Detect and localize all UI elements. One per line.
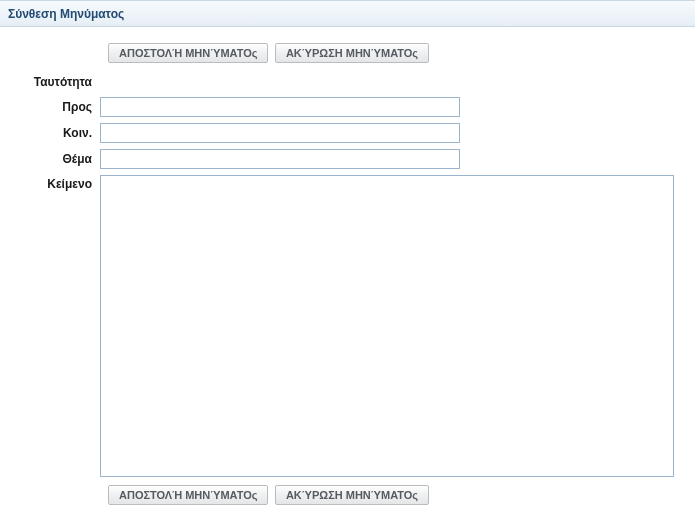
to-input[interactable] <box>100 97 460 117</box>
body-label: Κείμενο <box>0 175 100 191</box>
cancel-button-top[interactable]: ΑΚΎΡΩΣΗ ΜΗΝΎΜΑΤΟς <box>275 43 429 63</box>
send-button-bottom[interactable]: ΑΠΟΣΤΟΛΉ ΜΗΝΎΜΑΤΟς <box>108 485 268 505</box>
subject-row: Θέμα <box>0 149 685 169</box>
top-button-row: ΑΠΟΣΤΟΛΉ ΜΗΝΎΜΑΤΟς ΑΚΎΡΩΣΗ ΜΗΝΎΜΑΤΟς <box>108 43 685 63</box>
compose-message-panel: Σύνθεση Μηνύματος ΑΠΟΣΤΟΛΉ ΜΗΝΎΜΑΤΟς ΑΚΎ… <box>0 0 695 509</box>
to-row: Προς <box>0 97 685 117</box>
body-row: Κείμενο <box>0 175 685 477</box>
send-button-top[interactable]: ΑΠΟΣΤΟΛΉ ΜΗΝΎΜΑΤΟς <box>108 43 268 63</box>
identity-value <box>100 73 460 91</box>
panel-title: Σύνθεση Μηνύματος <box>8 7 124 21</box>
bottom-button-row: ΑΠΟΣΤΟΛΉ ΜΗΝΎΜΑΤΟς ΑΚΎΡΩΣΗ ΜΗΝΎΜΑΤΟς <box>108 485 685 505</box>
cc-row: Κοιν. <box>0 123 685 143</box>
subject-input[interactable] <box>100 149 460 169</box>
cc-label: Κοιν. <box>0 126 100 140</box>
panel-content: ΑΠΟΣΤΟΛΉ ΜΗΝΎΜΑΤΟς ΑΚΎΡΩΣΗ ΜΗΝΎΜΑΤΟς Ταυ… <box>0 27 695 509</box>
body-textarea[interactable] <box>100 175 674 477</box>
identity-row: Ταυτότητα <box>0 73 685 91</box>
subject-label: Θέμα <box>0 152 100 166</box>
panel-header: Σύνθεση Μηνύματος <box>0 1 695 27</box>
to-label: Προς <box>0 100 100 114</box>
identity-label: Ταυτότητα <box>0 75 100 89</box>
cancel-button-bottom[interactable]: ΑΚΎΡΩΣΗ ΜΗΝΎΜΑΤΟς <box>275 485 429 505</box>
cc-input[interactable] <box>100 123 460 143</box>
